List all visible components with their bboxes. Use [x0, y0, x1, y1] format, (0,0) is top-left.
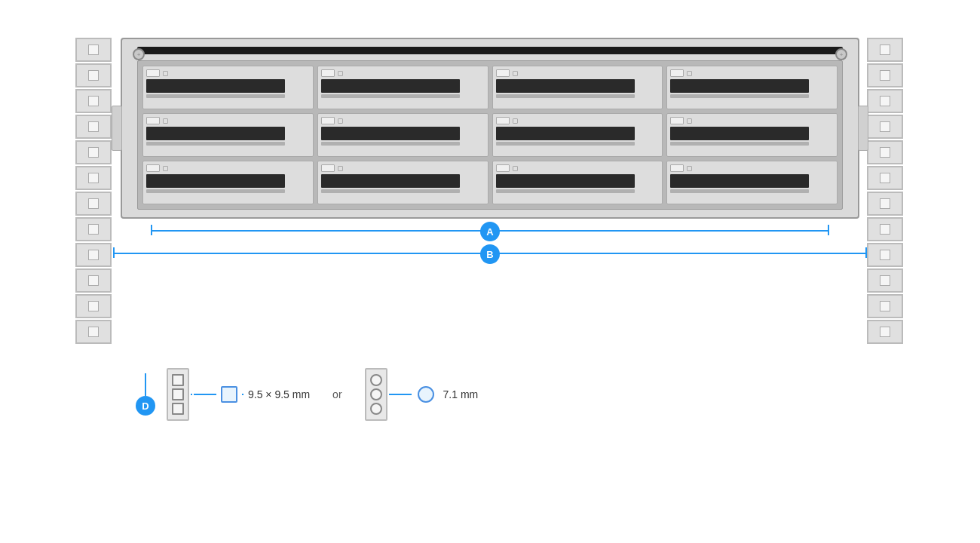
rail-cell-l8	[75, 217, 112, 241]
rail-cell-l1	[75, 38, 112, 62]
rail-cell-l5	[75, 140, 112, 164]
badge-a: A	[480, 222, 500, 241]
or-text: or	[332, 388, 341, 400]
rail-cell-l10	[75, 268, 112, 293]
left-rail	[75, 38, 113, 345]
right-rail	[867, 38, 905, 345]
badge-b: B	[480, 244, 500, 264]
rail-cell-l9	[75, 243, 112, 267]
rail-cell-l7	[75, 192, 112, 216]
rail-cell-l4	[75, 115, 112, 139]
rail-cell-r3	[867, 89, 903, 113]
rail-cell-r9	[867, 243, 903, 267]
rail-cell-r11	[867, 294, 903, 318]
rail-cell-r6	[867, 166, 903, 190]
square-hole-icon	[221, 386, 237, 403]
legend-row: D 9.5 × 9.5 mm or	[136, 368, 905, 421]
square-hole-strip	[167, 368, 189, 421]
square-hole-label: 9.5 × 9.5 mm	[248, 388, 310, 400]
badge-d: D	[136, 396, 155, 416]
rail-cell-r1	[867, 38, 903, 62]
rail-cell-l6	[75, 166, 112, 190]
round-hole-icon	[418, 386, 434, 403]
round-hole-label: 7.1 mm	[443, 388, 479, 400]
rail-cell-r12	[867, 320, 903, 344]
rail-cell-r4	[867, 115, 903, 139]
rail-cell-l12	[75, 320, 112, 344]
rail-cell-l3	[75, 89, 112, 113]
rail-cell-r10	[867, 268, 903, 293]
rail-cell-r7	[867, 192, 903, 216]
center-content: + +	[113, 38, 867, 272]
arrows-area: A B	[113, 219, 867, 272]
round-hole-strip	[365, 368, 387, 421]
rail-cell-r5	[867, 140, 903, 164]
rack-row: + +	[75, 23, 905, 345]
diagram-wrapper: + +	[75, 23, 905, 421]
main-container: + +	[0, 0, 980, 543]
rail-cell-r8	[867, 217, 903, 241]
rail-cell-l11	[75, 294, 112, 318]
d-badge-group: D	[136, 373, 155, 416]
rail-cell-l2	[75, 63, 112, 87]
rail-cell-r2	[867, 63, 903, 87]
